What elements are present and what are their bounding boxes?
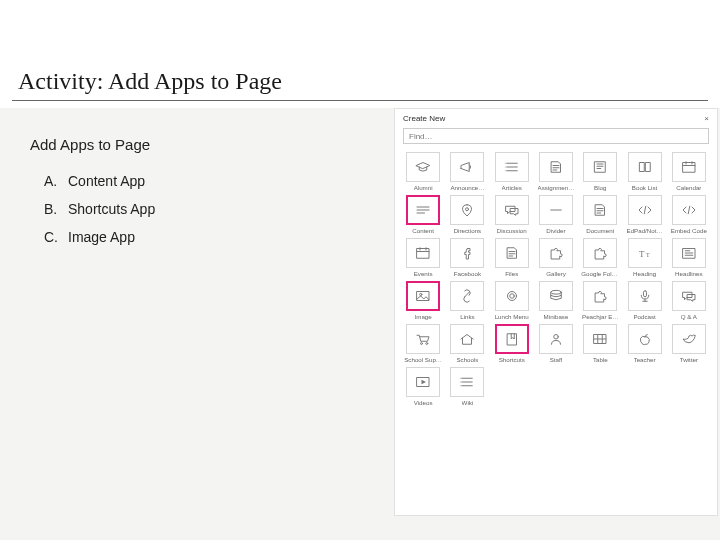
tile-peachjar[interactable]: Peachjar E…: [580, 281, 620, 320]
tile-label: Calendar: [676, 184, 701, 191]
tile-gallery[interactable]: Gallery: [536, 238, 576, 277]
tile-content[interactable]: Content: [403, 195, 443, 234]
tile-embedcode[interactable]: Embed Code: [669, 195, 709, 234]
tile-label: Q & A: [681, 313, 697, 320]
tile-label: Facebook: [454, 270, 481, 277]
tile-label: Videos: [414, 399, 433, 406]
tile-shortcuts[interactable]: Shortcuts: [492, 324, 532, 363]
tile-heading[interactable]: TTHeading: [624, 238, 664, 277]
tile-label: Files: [505, 270, 518, 277]
tile-alumni[interactable]: Alumni: [403, 152, 443, 191]
tile-schools[interactable]: Schools: [447, 324, 487, 363]
tile-label: Embed Code: [671, 227, 707, 234]
tile-label: Events: [414, 270, 433, 277]
list-text: Content App: [68, 167, 145, 195]
cart-icon: [406, 324, 440, 354]
activity-list-item: A.Content App: [30, 167, 360, 195]
apple-icon: [628, 324, 662, 354]
tile-booklist[interactable]: Book List: [624, 152, 664, 191]
tile-label: Staff: [550, 356, 563, 363]
tile-twitter[interactable]: Twitter: [669, 324, 709, 363]
play-icon: [406, 367, 440, 397]
svg-point-0: [505, 163, 506, 164]
list-icon: [495, 152, 529, 182]
tile-links[interactable]: Links: [447, 281, 487, 320]
list-text: Image App: [68, 223, 135, 251]
tile-events[interactable]: Events: [403, 238, 443, 277]
svg-rect-18: [507, 334, 516, 345]
tile-assignmen[interactable]: Assignmen…: [536, 152, 576, 191]
svg-point-22: [460, 378, 461, 379]
paper-icon: [583, 152, 617, 182]
svg-rect-3: [595, 162, 606, 173]
pin-icon: [450, 195, 484, 225]
tile-wiki[interactable]: Wiki: [447, 367, 487, 406]
tile-facebook[interactable]: Facebook: [447, 238, 487, 277]
tile-minibase[interactable]: Minibase: [536, 281, 576, 320]
svg-rect-10: [417, 292, 429, 301]
book-icon: [628, 152, 662, 182]
tile-discussion[interactable]: Discussion: [492, 195, 532, 234]
tile-directions[interactable]: Directions: [447, 195, 487, 234]
megaphone-icon: [450, 152, 484, 182]
tile-lunchmenu[interactable]: Lunch Menu: [492, 281, 532, 320]
close-icon[interactable]: ×: [704, 114, 709, 123]
tile-edpad[interactable]: EdPad/Not…: [624, 195, 664, 234]
svg-point-24: [460, 385, 461, 386]
tile-label: Discussion: [497, 227, 527, 234]
tile-label: Heading: [633, 270, 656, 277]
tile-table[interactable]: Table: [580, 324, 620, 363]
tile-label: Schools: [456, 356, 478, 363]
tile-document[interactable]: Document: [580, 195, 620, 234]
tile-label: Announce…: [450, 184, 484, 191]
subtitle: Add Apps to Page: [30, 136, 360, 153]
panel-title: Create New: [403, 114, 445, 123]
tile-image[interactable]: Image: [403, 281, 443, 320]
tile-teacher[interactable]: Teacher: [624, 324, 664, 363]
bookmark-icon: [495, 324, 529, 354]
panel-header: Create New ×: [395, 109, 717, 128]
tile-label: Peachjar E…: [582, 313, 618, 320]
puzzle-icon: [583, 281, 617, 311]
tile-label: Gallery: [546, 270, 566, 277]
tile-staff[interactable]: Staff: [536, 324, 576, 363]
tile-videos[interactable]: Videos: [403, 367, 443, 406]
tile-blog[interactable]: Blog: [580, 152, 620, 191]
tile-announce[interactable]: Announce…: [447, 152, 487, 191]
svg-point-19: [554, 335, 559, 340]
tile-label: Document: [586, 227, 614, 234]
title-divider: [12, 100, 708, 101]
app-grid: AlumniAnnounce…ArticlesAssignmen…BlogBoo…: [395, 150, 717, 414]
tile-files[interactable]: Files: [492, 238, 532, 277]
activity-list: A.Content AppB.Shortcuts AppC.Image App: [30, 167, 360, 251]
plate-icon: [495, 281, 529, 311]
tile-qa[interactable]: Q & A: [669, 281, 709, 320]
link-icon: [450, 281, 484, 311]
tile-label: Lunch Menu: [495, 313, 529, 320]
grad-icon: [406, 152, 440, 182]
svg-point-16: [421, 343, 423, 345]
doc-icon: [583, 195, 617, 225]
code-icon: [628, 195, 662, 225]
svg-text:T: T: [639, 249, 645, 259]
news-icon: [672, 238, 706, 268]
svg-point-11: [420, 293, 422, 295]
person-icon: [539, 324, 573, 354]
search-input[interactable]: [403, 128, 709, 144]
tile-divider[interactable]: Divider: [536, 195, 576, 234]
tile-label: Book List: [632, 184, 657, 191]
lines-icon: [406, 195, 440, 225]
tile-podcast[interactable]: Podcast: [624, 281, 664, 320]
tile-googlefold[interactable]: Google Folder: [580, 238, 620, 277]
svg-text:T: T: [645, 251, 650, 258]
tile-calendar[interactable]: Calendar: [669, 152, 709, 191]
stack-icon: [539, 281, 573, 311]
puzzle-icon: [539, 238, 573, 268]
svg-point-2: [505, 170, 506, 171]
puzzle-icon: [583, 238, 617, 268]
tile-headlines[interactable]: Headlines: [669, 238, 709, 277]
tile-schoolsup[interactable]: School Sup…: [403, 324, 443, 363]
svg-point-5: [466, 208, 469, 211]
tile-articles[interactable]: Articles: [492, 152, 532, 191]
code-icon: [672, 195, 706, 225]
